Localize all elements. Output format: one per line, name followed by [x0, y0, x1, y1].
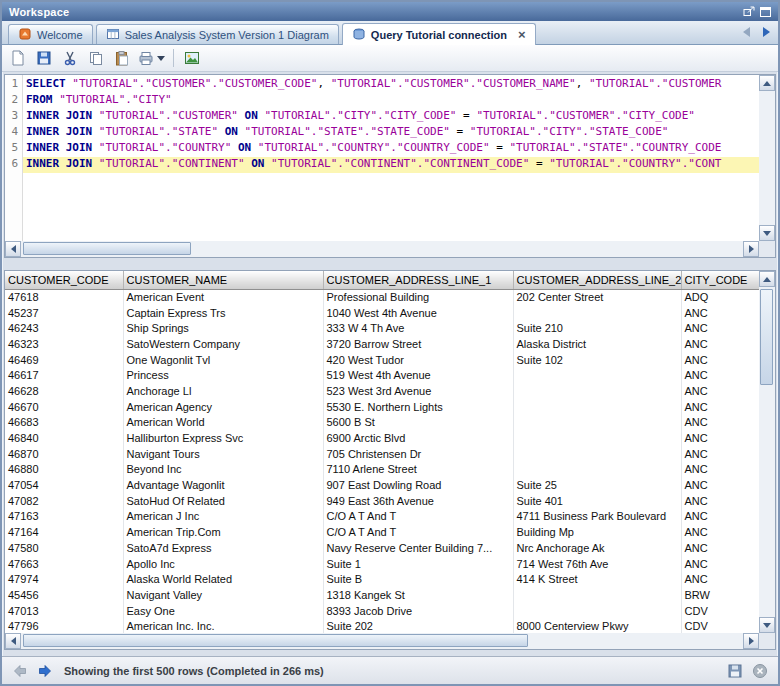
table-cell: ANC — [681, 540, 759, 556]
table-row[interactable]: 47054Advantage Wagonlit907 East Dowling … — [5, 477, 759, 493]
tab-scroll-right-button[interactable] — [758, 24, 775, 40]
scrollbar-track[interactable] — [21, 241, 743, 257]
scroll-up-button[interactable] — [759, 271, 775, 287]
table-row[interactable]: 47164American Trip.ComC/O A T And TBuild… — [5, 524, 759, 540]
split-pane-divider[interactable] — [4, 258, 776, 270]
tab-close-icon[interactable]: × — [518, 30, 526, 40]
column-header[interactable]: CUSTOMER_NAME — [123, 271, 323, 289]
table-cell: ANC — [681, 477, 759, 493]
sql-editor[interactable]: SELECT "TUTORIAL"."CUSTOMER"."CUSTOMER_C… — [23, 75, 759, 241]
table-row[interactable]: 45456Navigant Valley1318 Kangek StBRW — [5, 587, 759, 603]
table-row[interactable]: 47618American EventProfessional Building… — [5, 289, 759, 305]
table-cell: ANC — [681, 352, 759, 368]
table-cell: Ship Springs — [123, 320, 323, 336]
print-dropdown-button[interactable] — [136, 47, 167, 69]
table-cell: One Wagonlit Tvl — [123, 352, 323, 368]
table-cell: ANC — [681, 524, 759, 540]
table-row[interactable]: 47163American J IncC/O A T And T4711 Bus… — [5, 509, 759, 525]
table-cell: 45456 — [5, 587, 123, 603]
tab-scroll-left-button[interactable] — [738, 24, 755, 40]
scroll-down-button[interactable] — [759, 617, 775, 633]
column-header[interactable]: CUSTOMER_CODE — [5, 271, 123, 289]
scrollbar-corner — [759, 633, 775, 649]
scrollbar-track[interactable] — [759, 91, 775, 225]
table-row[interactable]: 46323SatoWestern Company3720 Barrow Stre… — [5, 336, 759, 352]
results-pane: CUSTOMER_CODECUSTOMER_NAMECUSTOMER_ADDRE… — [4, 270, 776, 650]
column-header[interactable]: CITY_CODE — [681, 271, 759, 289]
column-header[interactable]: CUSTOMER_ADDRESS_LINE_2 — [513, 271, 681, 289]
table-cell: American World — [123, 415, 323, 431]
table-row[interactable]: 46243Ship Springs333 W 4 Th AveSuite 210… — [5, 320, 759, 336]
scroll-left-button[interactable] — [5, 241, 21, 257]
save-query-button[interactable] — [32, 47, 56, 69]
line-number: 4 — [5, 125, 22, 141]
table-cell: Captain Express Trs — [123, 305, 323, 321]
table-row[interactable]: 47796American Inc. Inc.Suite 2028000 Cen… — [5, 618, 759, 633]
tab-diagram[interactable]: Sales Analysis System Version 1 Diagram — [96, 24, 339, 44]
table-row[interactable]: 46628Anchorage Ll523 West 3rd AvenueANC — [5, 383, 759, 399]
history-back-button[interactable] — [10, 661, 30, 681]
table-row[interactable]: 47663Apollo IncSuite 1714 West 76th AveA… — [5, 556, 759, 572]
table-cell: Easy One — [123, 603, 323, 619]
table-cell — [513, 367, 681, 383]
table-row[interactable]: 47974Alaska World RelatedSuite B414 K St… — [5, 571, 759, 587]
arrow-up-icon — [763, 277, 771, 282]
scroll-right-button[interactable] — [743, 633, 759, 649]
table-row[interactable]: 47013Easy One8393 Jacob DriveCDV — [5, 603, 759, 619]
scroll-down-button[interactable] — [759, 225, 775, 241]
table-cell: ANC — [681, 430, 759, 446]
history-forward-button[interactable] — [35, 661, 55, 681]
results-vertical-scrollbar[interactable] — [759, 271, 775, 633]
table-row[interactable]: 46840Halliburton Express Svc6900 Arctic … — [5, 430, 759, 446]
table-row[interactable]: 47082SatoHud Of Related949 East 36th Ave… — [5, 493, 759, 509]
scrollbar-thumb[interactable] — [23, 634, 528, 647]
table-cell: 47054 — [5, 477, 123, 493]
table-row[interactable]: 47580SatoA7d ExpressNavy Reserve Center … — [5, 540, 759, 556]
export-image-button[interactable] — [180, 47, 204, 69]
tab-query-tutorial[interactable]: Query Tutorial connection × — [342, 23, 536, 45]
tab-scroll-controls — [738, 24, 775, 44]
table-row[interactable]: 46617Princess519 West 4th AvenueANC — [5, 367, 759, 383]
scrollbar-thumb[interactable] — [23, 242, 191, 255]
tab-welcome[interactable]: Welcome — [8, 24, 93, 44]
table-cell: SatoHud Of Related — [123, 493, 323, 509]
scroll-right-button[interactable] — [743, 241, 759, 257]
table-row[interactable]: 46670American Agency5530 E. Northern Lig… — [5, 399, 759, 415]
table-cell: Navigant Valley — [123, 587, 323, 603]
table-cell: 523 West 3rd Avenue — [323, 383, 513, 399]
scrollbar-track[interactable] — [759, 287, 775, 617]
table-cell: 47974 — [5, 571, 123, 587]
table-cell — [513, 305, 681, 321]
cut-button[interactable] — [58, 47, 82, 69]
arrow-down-icon — [763, 231, 771, 236]
table-row[interactable]: 45237Captain Express Trs1040 West 4th Av… — [5, 305, 759, 321]
window-maximize-icon[interactable] — [758, 5, 773, 19]
new-query-button[interactable] — [6, 47, 30, 69]
stop-query-button[interactable] — [750, 661, 770, 681]
new-file-icon — [10, 50, 26, 66]
table-row[interactable]: 46870Navigant Tours705 Christensen DrANC — [5, 446, 759, 462]
editor-vertical-scrollbar[interactable] — [759, 75, 775, 241]
cut-icon — [62, 50, 78, 66]
window-float-icon[interactable] — [741, 5, 756, 19]
scroll-up-button[interactable] — [759, 75, 775, 91]
copy-button[interactable] — [84, 47, 108, 69]
scrollbar-track[interactable] — [21, 633, 743, 649]
save-icon — [727, 663, 743, 679]
scroll-left-button[interactable] — [5, 633, 21, 649]
save-results-button[interactable] — [725, 661, 745, 681]
sql-line: INNER JOIN "TUTORIAL"."CUSTOMER" ON "TUT… — [23, 109, 759, 125]
table-cell: ANC — [681, 383, 759, 399]
results-horizontal-scrollbar[interactable] — [5, 633, 759, 649]
editor-horizontal-scrollbar[interactable] — [5, 241, 759, 257]
table-row[interactable]: 46469One Wagonlit Tvl420 West TudorSuite… — [5, 352, 759, 368]
table-cell: Suite 25 — [513, 477, 681, 493]
paste-button[interactable] — [110, 47, 134, 69]
arrow-left-icon — [11, 245, 16, 253]
scrollbar-thumb[interactable] — [760, 289, 773, 385]
table-row[interactable]: 46880Beyond Inc7110 Arlene StreetANC — [5, 462, 759, 478]
window-titlebar[interactable]: Workspace — [2, 2, 778, 21]
table-row[interactable]: 46683American World5600 B StANC — [5, 415, 759, 431]
column-header[interactable]: CUSTOMER_ADDRESS_LINE_1 — [323, 271, 513, 289]
table-cell — [513, 603, 681, 619]
